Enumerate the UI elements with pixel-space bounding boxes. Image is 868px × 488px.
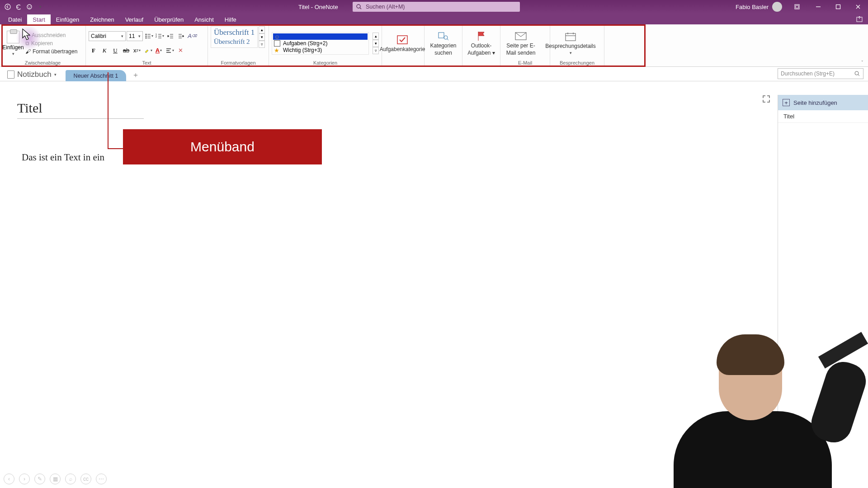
bullets-button[interactable] xyxy=(144,31,154,41)
search-icon xyxy=(356,4,362,10)
tab-datei[interactable]: Datei xyxy=(3,14,27,24)
slide-zoom-icon[interactable]: ⌕ xyxy=(65,474,76,484)
slide-more-icon[interactable]: ⋯ xyxy=(96,474,107,484)
minimize-button[interactable] xyxy=(808,0,828,14)
section-tab[interactable]: Neuer Abschnitt 1 xyxy=(66,70,127,81)
plus-icon: + xyxy=(783,99,790,106)
slide-prev-icon[interactable]: ‹ xyxy=(4,474,14,484)
indent-button[interactable] xyxy=(176,31,186,41)
notebook-search[interactable]: Durchsuchen (Strg+E) xyxy=(778,68,863,79)
slide-next-icon[interactable]: › xyxy=(19,474,30,484)
notebook-bar: Notizbuch ▾ Neuer Abschnitt 1 ＋ Durchsuc… xyxy=(0,67,868,81)
copy-button[interactable]: ⧉Kopieren xyxy=(24,40,78,47)
tag-todo[interactable]: ☺ xyxy=(273,33,368,40)
task-category-button[interactable]: Aufgabenkategorie xyxy=(385,34,420,53)
page-title[interactable]: Titel xyxy=(17,100,144,119)
highlight-button[interactable] xyxy=(143,46,153,56)
tab-ueberpruefen[interactable]: Überprüfen xyxy=(149,14,189,24)
subscript-button[interactable]: x2 xyxy=(132,46,142,56)
tab-verlauf[interactable]: Verlauf xyxy=(120,14,149,24)
underline-button[interactable]: U xyxy=(110,46,120,56)
style-heading2[interactable]: Überschrift 2 xyxy=(212,38,256,46)
slide-cc-icon[interactable]: cc xyxy=(80,474,91,484)
star-icon: ★ xyxy=(274,47,280,53)
clear-formatting-button[interactable]: A⌫ xyxy=(187,31,197,41)
copy-icon: ⧉ xyxy=(25,40,29,47)
tab-ansicht[interactable]: Ansicht xyxy=(189,14,219,24)
svg-point-11 xyxy=(145,37,146,38)
checkmark-icon xyxy=(396,34,409,46)
maximize-button[interactable] xyxy=(828,0,848,14)
svg-text:2: 2 xyxy=(156,35,157,38)
outdent-button[interactable] xyxy=(165,31,175,41)
account-area[interactable]: Fabio Basler xyxy=(736,2,800,12)
meeting-details-button[interactable]: Besprechungsdetails▾ xyxy=(553,31,588,55)
group-styles-label: Formatvorlagen xyxy=(211,60,266,66)
svg-point-2 xyxy=(28,6,29,7)
slide-grid-icon[interactable]: ▦ xyxy=(50,474,61,484)
svg-point-3 xyxy=(30,6,31,7)
fullscreen-icon[interactable] xyxy=(762,95,770,103)
strikethrough-button[interactable]: ab xyxy=(121,46,131,56)
font-size-select[interactable]: 11▾ xyxy=(127,31,143,41)
email-page-button[interactable]: Seite per E-Mail senden xyxy=(503,30,538,56)
notebook-dropdown[interactable]: Notizbuch ▾ xyxy=(4,68,60,81)
paste-label: Einfügen xyxy=(2,44,24,51)
bold-button[interactable]: F xyxy=(89,46,99,56)
tab-start[interactable]: Start xyxy=(27,14,50,24)
collapse-ribbon-button[interactable]: ˅ xyxy=(856,24,868,66)
smile-icon: ☺ xyxy=(274,33,280,40)
gallery-more-icon[interactable]: ▿ xyxy=(259,41,265,48)
share-icon[interactable] xyxy=(855,15,864,24)
svg-point-9 xyxy=(145,33,146,34)
gallery-up-icon[interactable]: ▴ xyxy=(259,26,265,33)
window-mode-icon[interactable] xyxy=(794,4,800,10)
paste-button[interactable]: Einfügen ▾ xyxy=(3,31,24,56)
group-text: Calibri▾ 11▾ 12 A⌫ F K U ab x2 A ✕ Text xyxy=(86,24,208,66)
add-page-button[interactable]: + Seite hinzufügen xyxy=(778,95,868,110)
numbering-button[interactable]: 12 xyxy=(155,31,165,41)
slide-pen-icon[interactable]: ✎ xyxy=(34,474,45,484)
global-search[interactable]: Suchen (Alt+M) xyxy=(353,2,520,12)
page-list-item[interactable]: Titel xyxy=(778,110,868,123)
tab-zeichnen[interactable]: Zeichnen xyxy=(85,14,119,24)
font-color-button[interactable]: A xyxy=(154,46,164,56)
calendar-icon xyxy=(564,31,577,42)
group-email: Seite per E-Mail senden E-Mail xyxy=(500,24,550,66)
delete-button[interactable]: ✕ xyxy=(175,46,185,56)
callout-connector xyxy=(108,72,108,149)
tag-tasks[interactable]: Aufgaben (Strg+2) xyxy=(273,40,368,47)
user-avatar[interactable] xyxy=(772,2,782,12)
notebook-icon xyxy=(7,70,14,79)
notebook-name: Notizbuch xyxy=(17,70,52,79)
style-heading1[interactable]: Überschrift 1 xyxy=(212,28,256,38)
group-clipboard-label: Zwischenablage xyxy=(3,60,83,66)
touch-mode-icon[interactable] xyxy=(25,3,33,11)
gallery-down-icon[interactable]: ▾ xyxy=(259,33,265,41)
format-painter-button[interactable]: 🖌Format übertragen xyxy=(24,48,78,55)
group-meetings-label: Besprechungen xyxy=(553,60,601,66)
user-name: Fabio Basler xyxy=(736,4,769,10)
svg-point-19 xyxy=(855,71,859,75)
italic-button[interactable]: K xyxy=(99,46,109,56)
tag-important[interactable]: ★Wichtig (Strg+3) xyxy=(273,47,368,53)
outlook-tasks-button[interactable]: Outlook-Aufgaben ▾ xyxy=(465,30,497,56)
tags-more-icon[interactable]: ▿ xyxy=(373,47,379,54)
tab-einfuegen[interactable]: Einfügen xyxy=(51,14,85,24)
font-select[interactable]: Calibri▾ xyxy=(89,31,126,41)
undo-icon[interactable] xyxy=(14,3,23,11)
tags-down-icon[interactable]: ▾ xyxy=(373,40,379,47)
page-body-text[interactable]: Das ist ein Text in ein xyxy=(22,152,104,163)
align-button[interactable] xyxy=(165,46,175,56)
tab-hilfe[interactable]: Hilfe xyxy=(219,14,242,24)
svg-rect-15 xyxy=(439,33,444,38)
add-section-button[interactable]: ＋ xyxy=(131,70,141,80)
group-meetings: Besprechungsdetails▾ Besprechungen xyxy=(550,24,604,66)
qat-more-icon[interactable]: ▾ xyxy=(36,3,44,11)
tags-up-icon[interactable]: ▴ xyxy=(373,33,379,40)
close-button[interactable] xyxy=(848,0,868,14)
back-icon[interactable] xyxy=(4,3,12,11)
cut-button[interactable]: ✂Ausschneiden xyxy=(24,32,78,39)
find-tags-button[interactable]: Kategoriensuchen xyxy=(427,30,459,56)
window-title: Titel - OneNote xyxy=(298,4,338,10)
